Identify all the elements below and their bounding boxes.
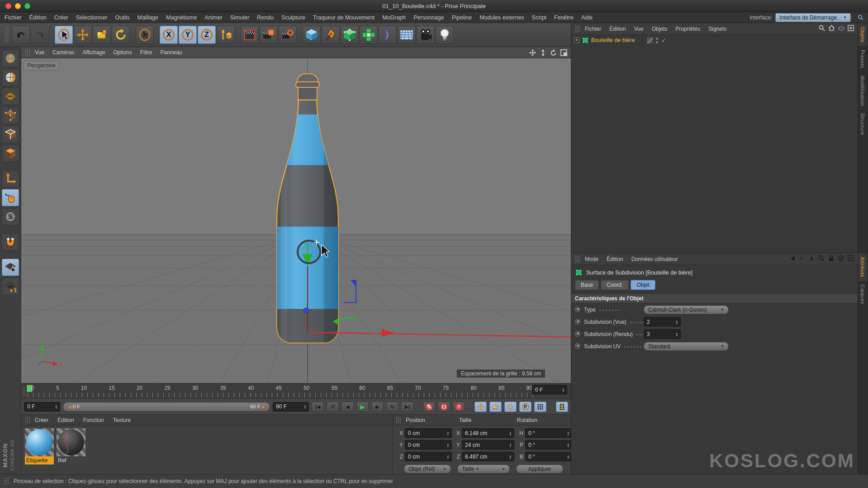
interface-dropdown[interactable]: Interface de Démarrage▼	[775, 13, 851, 22]
rot-p-field[interactable]: 0 °▴▾	[525, 440, 572, 450]
menu-item[interactable]: Sculpture	[281, 14, 305, 21]
status-bar-grip[interactable]	[4, 478, 9, 485]
target-icon[interactable]	[838, 255, 844, 263]
coord-mode-dropdown[interactable]: Objet (Rel)▼	[404, 464, 451, 474]
subdivision-rendu-field[interactable]: 3▴▾	[644, 329, 681, 339]
timeline-ticks[interactable]	[28, 393, 533, 397]
render-view-button[interactable]	[241, 26, 259, 44]
key-radio-icon[interactable]	[575, 331, 580, 336]
spinner-icon[interactable]: ▴▾	[562, 388, 564, 392]
menu-item[interactable]: Créer	[54, 14, 68, 21]
viewport-menu-item[interactable]: Options	[113, 49, 132, 56]
apply-button[interactable]: Appliquer	[516, 464, 563, 474]
workplane-rotate-button[interactable]	[2, 278, 19, 295]
snap-magnet-button[interactable]	[2, 233, 19, 251]
object-manager-menu-item[interactable]: Édition	[609, 26, 626, 32]
add-environment-button[interactable]	[398, 26, 416, 44]
menu-item[interactable]: Animer	[204, 14, 223, 21]
dock-tab-structure[interactable]: Structure	[858, 109, 867, 139]
type-dropdown[interactable]: Catmull-Clark (n-Gones)▼	[644, 305, 729, 314]
add-deformer-button[interactable]	[379, 26, 397, 44]
material-manager-grip[interactable]	[25, 417, 30, 423]
dock-tab-objets[interactable]: Objets	[858, 23, 867, 46]
tab-objet[interactable]: Objet	[631, 280, 655, 290]
timeline-grip[interactable]	[22, 386, 26, 396]
viewport-zoom-icon[interactable]	[540, 49, 546, 56]
spinner-icon[interactable]: ▴▾	[55, 404, 57, 409]
pos-y-field[interactable]: 0 cm▴▾	[405, 440, 452, 450]
go-to-end-button[interactable]: ▶|	[401, 402, 413, 412]
new-panel-icon[interactable]	[848, 255, 854, 263]
menu-item[interactable]: Fichier	[5, 14, 22, 21]
subdivision-uv-dropdown[interactable]: Standard▼	[644, 342, 729, 351]
expand-object-icon[interactable]: +	[574, 38, 579, 43]
menu-item[interactable]: Sélectionner	[76, 14, 108, 21]
toolbar-grip[interactable]	[5, 27, 9, 43]
rot-h-field[interactable]: 0 °▴▾	[525, 428, 572, 438]
key-radio-icon[interactable]	[575, 307, 580, 312]
object-manager-menu-item[interactable]: Fichier	[585, 26, 601, 32]
eye-icon[interactable]	[838, 26, 844, 32]
viewport-menu-item[interactable]: Filtre	[140, 49, 152, 56]
material-item[interactable]: Etiquette	[25, 428, 54, 464]
object-manager-menu-item[interactable]: Objets	[652, 26, 668, 32]
timeline-window-button[interactable]	[556, 402, 568, 412]
dock-tab-calques[interactable]: Calques	[858, 281, 867, 308]
range-right-arrow-icon[interactable]: ▶	[261, 404, 265, 409]
texture-mode-button[interactable]	[2, 69, 19, 86]
next-frame-button[interactable]: ▶	[371, 402, 384, 412]
search-icon[interactable]	[818, 255, 825, 263]
polygons-mode-button[interactable]	[2, 145, 19, 162]
navigate-up-icon[interactable]	[809, 256, 815, 263]
range-start-field[interactable]: 0 F▴▾	[24, 402, 60, 412]
material-name[interactable]: Etiquette	[25, 456, 54, 464]
history-back-icon[interactable]	[790, 256, 796, 263]
timeline-ruler[interactable]: 051015202530354045505560657075808590 0 F…	[21, 383, 571, 398]
coordinate-system-button[interactable]	[217, 26, 235, 44]
size-x-field[interactable]: 6.148 cm▴▾	[462, 428, 514, 438]
origin-point[interactable]	[304, 308, 309, 313]
lock-workplane-button[interactable]	[2, 259, 19, 276]
material-item[interactable]: Ref	[57, 428, 85, 464]
menu-item[interactable]: Script	[532, 14, 546, 21]
visibility-dots-icon[interactable]	[656, 38, 658, 43]
redo-button[interactable]	[31, 26, 49, 44]
view-label[interactable]: Perspective	[24, 61, 59, 70]
key-position-toggle[interactable]	[474, 402, 487, 412]
key-point-level-toggle[interactable]	[534, 402, 546, 412]
add-spline-pen-button[interactable]	[322, 26, 340, 44]
add-subdivision-surface-button[interactable]	[341, 26, 359, 44]
key-scale-toggle[interactable]	[489, 402, 502, 412]
viewport-menu-item[interactable]: Caméras	[52, 49, 75, 56]
search-icon[interactable]	[819, 25, 825, 33]
add-primitive-cube-button[interactable]	[303, 26, 321, 44]
menu-item[interactable]: Simuler	[230, 14, 249, 21]
dock-tab-modelisation[interactable]: Modélisation	[858, 72, 867, 110]
viewport-rotate-icon[interactable]	[550, 49, 557, 56]
record-keyframe-button[interactable]	[423, 402, 435, 412]
undo-button[interactable]	[12, 26, 30, 44]
menu-item[interactable]: Fenêtre	[554, 14, 574, 21]
keyframe-selection-button[interactable]: ?	[453, 402, 465, 412]
attribute-menu-item[interactable]: Édition	[607, 256, 623, 262]
range-left-arrow-icon[interactable]: ◀	[68, 404, 72, 409]
enabled-check-icon[interactable]: ✓	[661, 37, 667, 44]
move-tool-button[interactable]	[74, 26, 92, 44]
live-selection-tool-button[interactable]	[55, 26, 73, 44]
enable-axis-mode-button[interactable]	[2, 170, 19, 187]
object-manager-menu-item[interactable]: Propriétés	[675, 26, 700, 32]
material-menu-item[interactable]: Créer	[35, 417, 48, 423]
menu-item[interactable]: Traqueur de Mouvement	[313, 14, 375, 21]
subdivision-vue-field[interactable]: 2▴▾	[644, 317, 681, 327]
tab-coord[interactable]: Coord.	[601, 280, 629, 290]
z-axis-lock-button[interactable]: Z	[198, 26, 216, 44]
object-manager-menu-item[interactable]: Vue	[634, 26, 644, 32]
object-manager-menu-item[interactable]: Signets	[708, 26, 726, 32]
dock-tab-presets[interactable]: Presets	[858, 46, 867, 72]
timeline-range-slider[interactable]: ◀ 0 F 90 F ▶	[63, 402, 270, 412]
size-y-field[interactable]: 24 cm▴▾	[462, 440, 514, 450]
play-button[interactable]: ▶	[356, 402, 369, 412]
attribute-menu-item[interactable]: Mode	[585, 256, 598, 262]
material-menu-item[interactable]: Édition	[57, 417, 74, 423]
size-z-field[interactable]: 6.497 cm▴▾	[462, 452, 514, 461]
